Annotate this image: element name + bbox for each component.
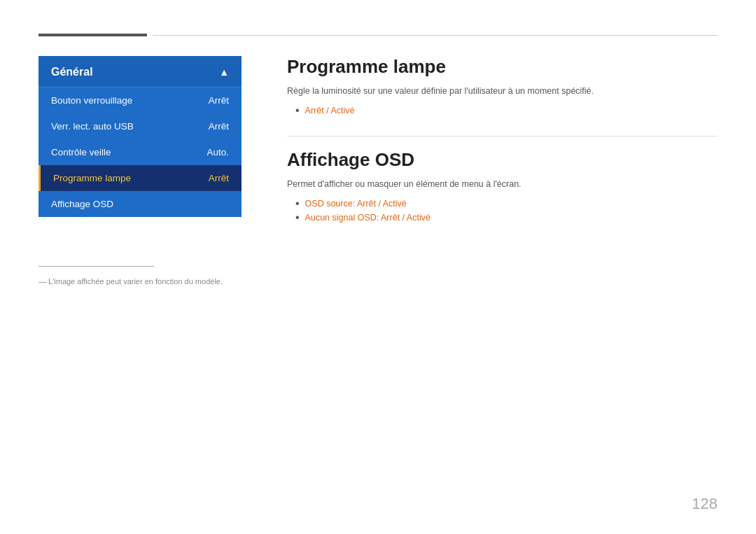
top-line-dark [38,34,147,36]
section-affichage-osd: Affichage OSD Permet d'afficher ou masqu… [287,136,718,223]
sidebar-item-label: Bouton verrouillage [51,95,132,106]
sidebar-item-value: Arrêt [209,95,229,106]
top-line-light [153,35,718,36]
section2-description: Permet d'afficher ou masquer un élément … [287,178,718,191]
sidebar-item-label: Programme lampe [53,173,131,183]
section1-title: Programme lampe [287,56,718,78]
bullet-dot: • [295,198,300,209]
footer-note: — L'image affichée peut varier en foncti… [38,277,223,286]
main-content: Programme lampe Règle la luminosité sur … [287,56,718,226]
sidebar-item-affichage-osd[interactable]: Affichage OSD [38,191,241,217]
sidebar-item-value: Arrêt [209,173,229,183]
sidebar-collapse-icon[interactable]: ▲ [219,66,229,78]
section2-bullet-2-text: Aucun signal OSD: Arrêt / Activé [305,213,430,223]
sidebar-bottom-line [38,266,154,267]
sidebar-item-value: Auto. [206,147,229,157]
sidebar-menu: Général ▲ Bouton verrouillage Arrêt Verr… [38,56,241,217]
section2-title: Affichage OSD [287,149,718,171]
bullet-dot: • [295,105,300,116]
bullet-dot: • [295,212,300,223]
sidebar-item-programme-lampe[interactable]: Programme lampe Arrêt [38,165,241,191]
sidebar-header-title: Général [51,66,93,78]
sidebar-item-label: Affichage OSD [51,199,113,209]
sidebar-header: Général ▲ [38,56,241,87]
sidebar-item-label: Verr. lect. auto USB [51,121,134,132]
section1-bullet-1-text: Arrêt / Activé [305,106,355,115]
section-divider [287,136,718,136]
sidebar-item-label: Contrôle veille [51,147,111,157]
section2-bullet-1: • OSD source: Arrêt / Activé [295,198,718,209]
section1-description: Règle la luminosité sur une valeur défin… [287,85,718,98]
page-number: 128 [692,495,718,513]
section1-bullet-1: • Arrêt / Activé [295,105,718,116]
top-decorative-lines [38,34,718,36]
sidebar-item-verr-lect[interactable]: Verr. lect. auto USB Arrêt [38,113,241,139]
sidebar-item-controle-veille[interactable]: Contrôle veille Auto. [38,139,241,165]
section-programme-lampe: Programme lampe Règle la luminosité sur … [287,56,718,116]
sidebar-item-bouton-verrouillage[interactable]: Bouton verrouillage Arrêt [38,87,241,113]
sidebar-item-value: Arrêt [209,121,229,132]
section2-bullet-2: • Aucun signal OSD: Arrêt / Activé [295,212,718,223]
section2-bullet-1-text: OSD source: Arrêt / Activé [305,199,407,209]
